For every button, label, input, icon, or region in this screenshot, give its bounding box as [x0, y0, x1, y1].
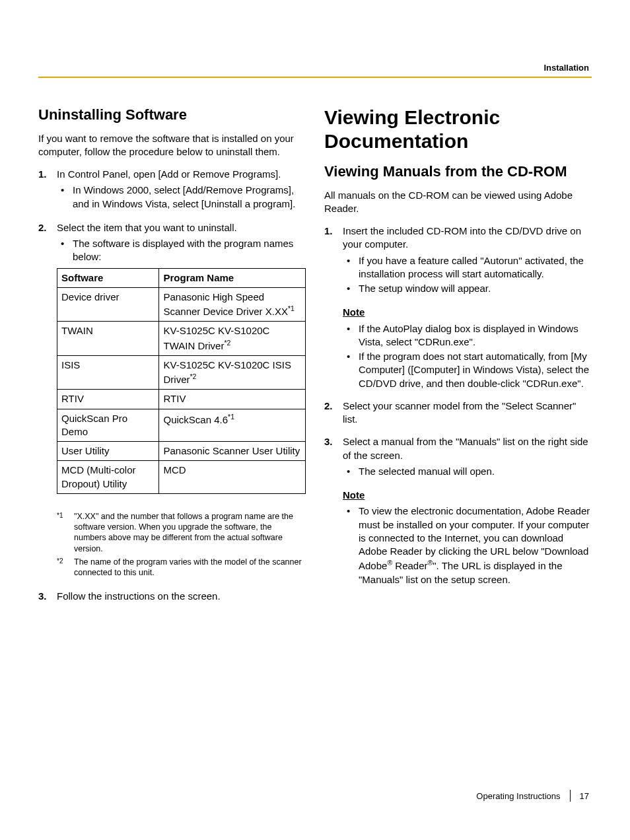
- cell-program: KV-S1025C KV-S1020C TWAIN Driver*2: [159, 322, 306, 356]
- r-step-1-text: Insert the included CD-ROM into the CD/D…: [343, 225, 592, 252]
- cell-program: Panasonic High Speed Scanner Device Driv…: [159, 287, 306, 322]
- r-step-1-bullet-2: • The setup window will appear.: [343, 282, 592, 295]
- viewing-manuals-intro: All manuals on the CD-ROM can be viewed …: [324, 189, 592, 216]
- footnote-2-text: The name of the program varies with the …: [74, 557, 306, 578]
- step-3-num: 3.: [38, 590, 57, 603]
- note1-bullet-2-text: If the program does not start automatica…: [359, 350, 592, 390]
- bullet-dot-icon: •: [343, 282, 359, 295]
- table-row: User Utility Panasonic Scanner User Util…: [57, 442, 306, 461]
- bullet-dot-icon: •: [343, 322, 359, 349]
- footnote-2: *2 The name of the program varies with t…: [57, 557, 306, 578]
- footnote-1-mark: *1: [57, 511, 74, 554]
- r-step-3-text: Select a manual from the "Manuals" list …: [343, 435, 592, 462]
- cell-software: MCD (Multi-color Dropout) Utility: [57, 461, 159, 494]
- step-1-text: In Control Panel, open [Add or Remove Pr…: [57, 168, 306, 181]
- r-step-1-bullet-2-text: The setup window will appear.: [359, 282, 592, 295]
- bullet-dot-icon: •: [343, 505, 359, 586]
- cell-program: QuickScan 4.6*1: [159, 409, 306, 442]
- step-3: 3. Follow the instructions on the screen…: [38, 590, 306, 603]
- bullet-dot-icon: •: [57, 184, 73, 211]
- note2-bullet-1-text: To view the electronic documentation, Ad…: [359, 505, 592, 586]
- table-header-program: Program Name: [159, 268, 306, 287]
- page-number: 17: [580, 791, 589, 801]
- cell-software: ISIS: [57, 355, 159, 390]
- note-label: Note: [343, 489, 592, 502]
- step-2-num: 2.: [38, 221, 57, 502]
- footnote-2-mark: *2: [57, 557, 74, 578]
- cell-program: MCD: [159, 461, 306, 494]
- cell-program: KV-S1025C KV-S1020C ISIS Driver*2: [159, 355, 306, 390]
- viewing-docs-heading: Viewing Electronic Documentation: [324, 106, 592, 153]
- footer-label: Operating Instructions: [476, 791, 560, 801]
- table-row: QuickScan Pro Demo QuickScan 4.6*1: [57, 409, 306, 442]
- note1-bullet-2: • If the program does not start automati…: [343, 350, 592, 390]
- footnote-1: *1 "X.XX" and the number that follows a …: [57, 511, 306, 554]
- note1-bullet-1: • If the AutoPlay dialog box is displaye…: [343, 322, 592, 349]
- software-table: Software Program Name Device driver Pana…: [57, 268, 306, 494]
- table-row: ISIS KV-S1025C KV-S1020C ISIS Driver*2: [57, 355, 306, 390]
- bullet-dot-icon: •: [343, 350, 359, 390]
- table-row: TWAIN KV-S1025C KV-S1020C TWAIN Driver*2: [57, 322, 306, 356]
- r-step-2: 2. Select your scanner model from the "S…: [324, 400, 592, 427]
- page-footer: Operating Instructions 17: [476, 790, 589, 802]
- step-2-text: Select the item that you want to uninsta…: [57, 221, 306, 234]
- cell-software: User Utility: [57, 442, 159, 461]
- r-step-3-bullet-1-text: The selected manual will open.: [359, 465, 592, 478]
- step-3-text: Follow the instructions on the screen.: [57, 590, 306, 603]
- r-step-1-num: 1.: [324, 225, 343, 297]
- table-row: RTIV RTIV: [57, 390, 306, 409]
- table-row: Device driver Panasonic High Speed Scann…: [57, 287, 306, 322]
- footnotes: *1 "X.XX" and the number that follows a …: [57, 511, 306, 578]
- cell-software: TWAIN: [57, 322, 159, 356]
- uninstalling-heading: Uninstalling Software: [38, 106, 306, 124]
- step-1: 1. In Control Panel, open [Add or Remove…: [38, 168, 306, 212]
- table-row: MCD (Multi-color Dropout) Utility MCD: [57, 461, 306, 494]
- r-step-3: 3. Select a manual from the "Manuals" li…: [324, 435, 592, 479]
- r-step-1-bullet-1-text: If you have a feature called "Autorun" a…: [359, 254, 592, 281]
- cell-software: Device driver: [57, 287, 159, 322]
- right-column: Viewing Electronic Documentation Viewing…: [324, 106, 592, 794]
- step-2-bullet-1-text: The software is displayed with the progr…: [73, 237, 306, 264]
- header-rule: [38, 77, 592, 78]
- step-2: 2. Select the item that you want to unin…: [38, 221, 306, 502]
- r-step-3-num: 3.: [324, 435, 343, 479]
- bullet-dot-icon: •: [343, 465, 359, 478]
- cell-program: RTIV: [159, 390, 306, 409]
- uninstalling-intro: If you want to remove the software that …: [38, 132, 306, 159]
- note1-bullet-1-text: If the AutoPlay dialog box is displayed …: [359, 322, 592, 349]
- left-column: Uninstalling Software If you want to rem…: [38, 106, 306, 794]
- table-header-software: Software: [57, 268, 159, 287]
- bullet-dot-icon: •: [57, 237, 73, 264]
- footer-divider: [570, 790, 571, 802]
- note2-bullet-1: • To view the electronic documentation, …: [343, 505, 592, 586]
- r-step-1-bullet-1: • If you have a feature called "Autorun"…: [343, 254, 592, 281]
- viewing-manuals-heading: Viewing Manuals from the CD-ROM: [324, 162, 592, 181]
- step-1-bullet-1-text: In Windows 2000, select [Add/Remove Prog…: [73, 184, 306, 211]
- section-header: Installation: [543, 63, 589, 73]
- r-step-2-text: Select your scanner model from the "Sele…: [343, 400, 592, 427]
- note-label: Note: [343, 306, 592, 319]
- cell-software: QuickScan Pro Demo: [57, 409, 159, 442]
- r-step-2-num: 2.: [324, 400, 343, 427]
- footnote-1-text: "X.XX" and the number that follows a pro…: [74, 511, 306, 554]
- step-1-num: 1.: [38, 168, 57, 212]
- r-step-3-bullet-1: • The selected manual will open.: [343, 465, 592, 478]
- cell-program: Panasonic Scanner User Utility: [159, 442, 306, 461]
- r-step-1: 1. Insert the included CD-ROM into the C…: [324, 225, 592, 297]
- step-2-bullet-1: • The software is displayed with the pro…: [57, 237, 306, 264]
- step-1-bullet-1: • In Windows 2000, select [Add/Remove Pr…: [57, 184, 306, 211]
- bullet-dot-icon: •: [343, 254, 359, 281]
- cell-software: RTIV: [57, 390, 159, 409]
